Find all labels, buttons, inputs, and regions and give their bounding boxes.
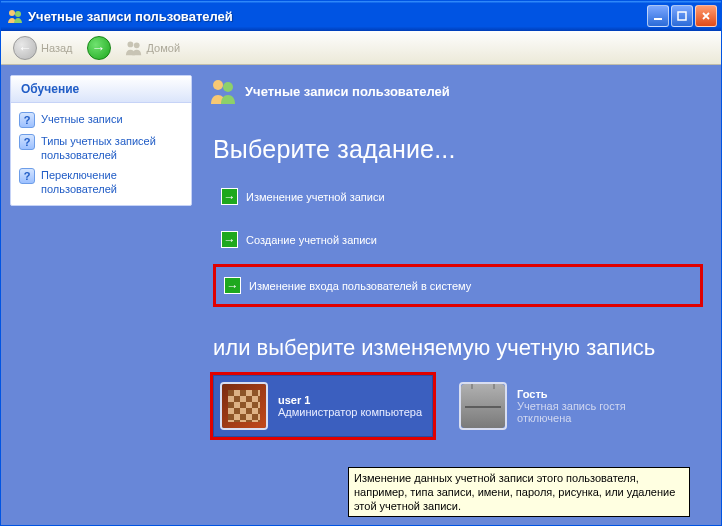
svg-point-4 (127, 41, 133, 47)
task-label: Изменение учетной записи (246, 191, 385, 203)
sidebar-header: Обучение (11, 76, 191, 103)
account-meta: Гость Учетная запись гостя отключена (517, 388, 663, 424)
home-icon (125, 39, 143, 57)
users-app-icon (7, 8, 23, 24)
sidebar-item-account-types[interactable]: ? Типы учетных записей пользователей (19, 131, 183, 165)
window: Учетные записи пользователей ← Назад → Д… (0, 0, 722, 526)
task-change-logon[interactable]: → Изменение входа пользователей в систем… (213, 264, 703, 307)
titlebar: Учетные записи пользователей (1, 1, 721, 31)
users-icon (209, 77, 237, 105)
svg-point-0 (9, 10, 15, 16)
maximize-button[interactable] (671, 5, 693, 27)
help-icon: ? (19, 112, 35, 128)
back-arrow-icon: ← (13, 36, 37, 60)
svg-rect-3 (678, 12, 686, 20)
task-change-account[interactable]: → Изменение учетной записи (213, 182, 703, 211)
page-header: Учетные записи пользователей (209, 77, 703, 105)
tooltip: Изменение данных учетной записи этого по… (348, 467, 690, 517)
svg-point-7 (223, 82, 233, 92)
task-list: → Изменение учетной записи → Создание уч… (213, 182, 703, 317)
svg-point-5 (133, 42, 139, 48)
help-icon: ? (19, 168, 35, 184)
sidebar-item-label: Переключение пользователей (41, 168, 183, 196)
account-name: user 1 (278, 394, 422, 406)
suitcase-icon (461, 384, 505, 428)
sidebar-item-accounts[interactable]: ? Учетные записи (19, 109, 183, 131)
account-guest[interactable]: Гость Учетная запись гостя отключена (453, 375, 673, 437)
window-title: Учетные записи пользователей (28, 9, 647, 24)
account-meta: user 1 Администратор компьютера (278, 394, 422, 418)
account-role: Учетная запись гостя отключена (517, 400, 663, 424)
svg-point-6 (213, 80, 223, 90)
account-user1[interactable]: user 1 Администратор компьютера (213, 375, 433, 437)
sidebar-box: Обучение ? Учетные записи ? Типы учетных… (10, 75, 192, 206)
home-button[interactable]: Домой (121, 37, 185, 59)
back-button[interactable]: ← Назад (9, 34, 77, 62)
close-button[interactable] (695, 5, 717, 27)
heading-choose-account: или выберите изменяемую учетную запись (213, 335, 703, 361)
arrow-right-icon: → (221, 231, 238, 248)
chess-icon (222, 384, 266, 428)
home-label: Домой (147, 42, 181, 54)
toolbar: ← Назад → Домой (1, 31, 721, 65)
account-picture (459, 382, 507, 430)
window-buttons (647, 5, 717, 27)
heading-choose-task: Выберите задание... (213, 135, 703, 164)
task-create-account[interactable]: → Создание учетной записи (213, 225, 703, 254)
accounts-row: user 1 Администратор компьютера Гость Уч… (213, 375, 703, 437)
sidebar-item-label: Типы учетных записей пользователей (41, 134, 183, 162)
forward-arrow-icon: → (87, 36, 111, 60)
account-picture (220, 382, 268, 430)
minimize-button[interactable] (647, 5, 669, 27)
svg-point-1 (15, 11, 21, 17)
body: Обучение ? Учетные записи ? Типы учетных… (1, 65, 721, 525)
sidebar: Обучение ? Учетные записи ? Типы учетных… (1, 65, 201, 525)
task-label: Изменение входа пользователей в систему (249, 280, 471, 292)
account-role: Администратор компьютера (278, 406, 422, 418)
help-icon: ? (19, 134, 35, 150)
svg-rect-2 (654, 18, 662, 20)
account-name: Гость (517, 388, 663, 400)
sidebar-body: ? Учетные записи ? Типы учетных записей … (11, 103, 191, 205)
page-title: Учетные записи пользователей (245, 84, 450, 99)
main-content: Учетные записи пользователей Выберите за… (201, 65, 721, 525)
sidebar-item-switch-users[interactable]: ? Переключение пользователей (19, 165, 183, 199)
sidebar-item-label: Учетные записи (41, 112, 123, 126)
task-label: Создание учетной записи (246, 234, 377, 246)
back-label: Назад (41, 42, 73, 54)
arrow-right-icon: → (221, 188, 238, 205)
arrow-right-icon: → (224, 277, 241, 294)
forward-button[interactable]: → (83, 34, 115, 62)
